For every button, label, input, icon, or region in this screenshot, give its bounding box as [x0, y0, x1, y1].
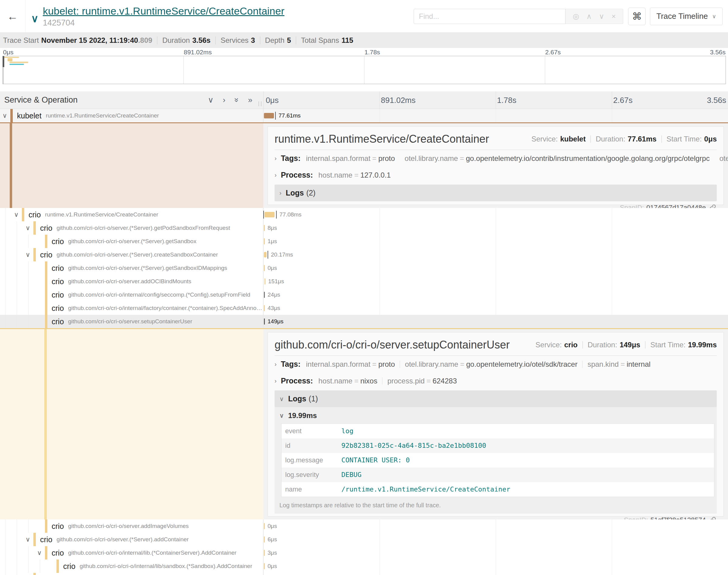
span-bar-cell[interactable]: 43μs	[263, 301, 728, 315]
expand-all-icon[interactable]: »	[248, 95, 253, 105]
span-duration-bar[interactable]	[264, 113, 274, 119]
process-label[interactable]: Process:	[281, 376, 313, 385]
span-bar-cell[interactable]: 24μs	[263, 288, 728, 301]
log-entry-accordion[interactable]: ∨ 19.99ms	[277, 408, 714, 424]
process-label[interactable]: Process:	[281, 171, 313, 179]
process-accordion[interactable]: › Process: host.name=127.0.0.1	[274, 167, 717, 183]
clear-search-icon[interactable]: ×	[611, 12, 616, 21]
span-duration-bar[interactable]	[264, 318, 265, 325]
span-duration-bar[interactable]	[264, 225, 265, 231]
keyboard-shortcuts-button[interactable]: ⌘	[628, 8, 646, 25]
span-bar-cell[interactable]: 3μs	[263, 546, 728, 560]
span-operation: runtime.v1.RuntimeService/CreateContaine…	[46, 112, 159, 119]
next-match-icon[interactable]: ∨	[599, 12, 604, 21]
span-bar-cell[interactable]: 0μs	[263, 261, 728, 275]
span-bar-cell[interactable]: 77.61ms	[263, 109, 728, 122]
tags-label[interactable]: Tags:	[281, 154, 301, 163]
span-duration-bar[interactable]	[264, 238, 265, 244]
divider	[583, 341, 583, 348]
span-duration-bar[interactable]	[264, 523, 265, 529]
span-bar-cell[interactable]: 0μs	[263, 573, 728, 575]
span-bar-cell[interactable]: 149μs	[263, 315, 728, 328]
span-duration-bar[interactable]	[265, 212, 274, 217]
span-duration-bar[interactable]	[264, 536, 265, 543]
logs-accordion[interactable]: ∨ Logs (1)	[274, 391, 717, 407]
span-duration-bar[interactable]	[264, 252, 267, 258]
expand-one-icon[interactable]: ›	[223, 95, 225, 105]
span-bar-cell[interactable]: 8μs	[263, 221, 728, 235]
trace-view-select[interactable]: Trace Timeline ∨	[650, 8, 723, 25]
span-duration-bar[interactable]	[264, 265, 265, 271]
span-duration-bar[interactable]	[264, 305, 265, 311]
chevron-right-icon[interactable]: ›	[274, 172, 277, 178]
span-log-marker	[268, 251, 268, 259]
link-icon[interactable]	[709, 516, 716, 519]
minimap-canvas[interactable]	[2, 56, 726, 84]
span-row[interactable]: ∨ crio github.com/cri-o/cri-o/internal/l…	[0, 546, 728, 560]
tags-accordion[interactable]: › Tags: internal.span.format=proto otel.…	[274, 356, 717, 373]
chevron-down-icon[interactable]: ∨	[14, 211, 22, 218]
service-color-bar	[22, 208, 24, 221]
prev-match-icon[interactable]: ∧	[587, 12, 592, 21]
span-row[interactable]: ∨ crio github.com/cri-o/cri-o/server.(*S…	[0, 533, 728, 546]
tags-label[interactable]: Tags:	[281, 360, 301, 369]
collapse-one-icon[interactable]: ∨	[208, 95, 213, 105]
span-duration-label: 0μs	[268, 563, 277, 570]
span-row[interactable]: crio github.com/cri-o/cri-o/server.(*Ser…	[0, 235, 728, 248]
chevron-down-icon[interactable]: ∨	[26, 224, 33, 232]
trace-title-link[interactable]: kubelet: runtime.v1.RuntimeService/Creat…	[43, 5, 285, 17]
span-bar-cell[interactable]: 151μs	[263, 275, 728, 288]
span-row[interactable]: crio github.com/cri-o/cri-o/server.(*Ser…	[0, 261, 728, 275]
chevron-down-icon: ∨	[279, 412, 284, 419]
chevron-down-icon[interactable]: ∨	[2, 112, 10, 119]
collapse-trace-header-icon[interactable]: ∨	[31, 12, 39, 25]
span-bar-cell[interactable]: 6μs	[263, 533, 728, 546]
back-button[interactable]: ←	[0, 0, 26, 32]
chevron-down-icon[interactable]: ∨	[26, 536, 33, 543]
span-row[interactable]: crio github.com/cri-o/cri-o/server.addOC…	[0, 275, 728, 288]
span-row-setupcontaineruser[interactable]: crio github.com/cri-o/cri-o/server.setup…	[0, 315, 728, 328]
process-accordion[interactable]: › Process: host.name=nixos process.pid=6…	[274, 373, 717, 389]
span-row[interactable]: crio github.com/cri-o/cri-o/server.(*Ser…	[0, 573, 728, 575]
tag-item: otel.library.name=go.opentelemetry.io/co…	[404, 154, 709, 163]
log-field-key: event	[285, 427, 341, 435]
focus-match-icon[interactable]: ◎	[573, 12, 579, 21]
span-bar-cell[interactable]: 0μs	[263, 560, 728, 573]
span-row[interactable]: crio github.com/cri-o/cri-o/internal/con…	[0, 288, 728, 301]
axis-tick: 2.67s	[613, 96, 633, 105]
chevron-down-icon[interactable]: ∨	[37, 549, 45, 556]
chevron-right-icon[interactable]: ›	[274, 361, 277, 368]
minimap-drag-handle[interactable]	[3, 56, 4, 67]
span-id-row: SpanID: 0174567d17a0448e	[274, 201, 717, 208]
span-row-kubelet-createcontainer[interactable]: ∨ kubelet runtime.v1.RuntimeService/Crea…	[0, 109, 728, 122]
collapse-all-icon[interactable]: »	[232, 98, 241, 102]
chevron-right-icon[interactable]: ›	[274, 155, 277, 162]
span-duration-bar[interactable]	[264, 550, 265, 556]
span-detail-kubelet: runtime.v1.RuntimeService/CreateContaine…	[0, 122, 728, 208]
span-row[interactable]: crio github.com/cri-o/cri-o/internal/fac…	[0, 301, 728, 315]
span-row[interactable]: crio github.com/cri-o/cri-o/internal/lib…	[0, 560, 728, 573]
find-input[interactable]	[413, 9, 565, 24]
span-bar-cell[interactable]: 20.17ms	[263, 248, 728, 261]
span-row[interactable]: crio github.com/cri-o/cri-o/server.addIm…	[0, 519, 728, 533]
span-duration-bar[interactable]	[265, 278, 265, 284]
service-color-bar	[45, 519, 47, 533]
chevron-right-icon[interactable]: ›	[274, 377, 277, 384]
span-duration-bar[interactable]	[264, 292, 265, 298]
axis-tick: 1.78s	[497, 96, 517, 105]
chevron-down-icon[interactable]: ∨	[26, 251, 33, 258]
column-resizer-grip[interactable]	[259, 101, 262, 106]
span-row[interactable]: ∨ crio github.com/cri-o/cri-o/server.(*S…	[0, 248, 728, 261]
span-row[interactable]: ∨ crio github.com/cri-o/cri-o/server.(*S…	[0, 221, 728, 235]
link-icon[interactable]	[709, 204, 716, 208]
logs-accordion[interactable]: › Logs (2)	[274, 184, 717, 201]
span-operation: github.com/cri-o/cri-o/internal/config/s…	[68, 292, 250, 298]
tags-accordion[interactable]: › Tags: internal.span.format=proto otel.…	[274, 150, 717, 167]
span-bar-cell[interactable]: 1μs	[263, 235, 728, 248]
span-bar-cell[interactable]: 77.08ms	[263, 208, 728, 221]
logs-label: Logs	[288, 394, 306, 403]
span-bar-cell[interactable]: 0μs	[263, 519, 728, 533]
collapse-controls: ∨ › » »	[199, 95, 253, 105]
span-duration-bar[interactable]	[264, 563, 265, 569]
span-row-crio-createcontainer[interactable]: ∨ crio runtime.v1.RuntimeService/CreateC…	[0, 208, 728, 221]
